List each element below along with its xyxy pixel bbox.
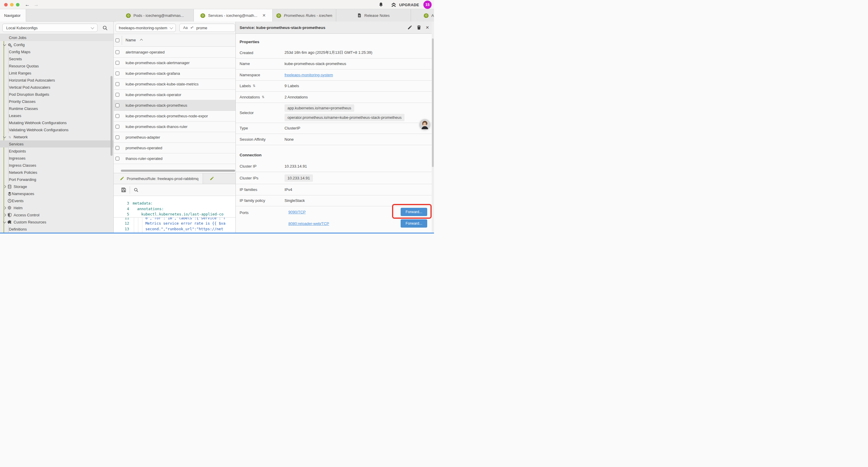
sidebar-item-custom-resources[interactable]: Custom Resources: [0, 218, 114, 226]
chevron-down-icon[interactable]: [3, 43, 6, 46]
bell-icon[interactable]: [378, 2, 383, 7]
sidebar-item-namespaces[interactable]: Namespaces: [0, 190, 114, 197]
chevron-right-icon[interactable]: [3, 185, 6, 188]
row-checkbox[interactable]: [116, 157, 119, 160]
sidebar-item-limit-ranges[interactable]: Limit Ranges: [0, 69, 114, 77]
table-row[interactable]: alertmanager-operated: [114, 47, 236, 58]
table-row[interactable]: kube-prometheus-stack-grafana: [114, 68, 236, 79]
sidebar-item-config-maps[interactable]: Config Maps: [0, 48, 114, 55]
sidebar-item-validating-webhook-configurations[interactable]: Validating Webhook Configurations: [0, 126, 114, 133]
chevron-right-icon[interactable]: [3, 214, 6, 217]
sidebar-item-cron-jobs[interactable]: Cron Jobs: [0, 34, 114, 41]
row-checkbox[interactable]: [116, 135, 119, 139]
sidebar-search-icon[interactable]: [102, 25, 108, 31]
sidebar-item-access-control[interactable]: Access Control: [0, 211, 114, 218]
navigator-panel-tab[interactable]: Navigator: [0, 9, 26, 22]
notification-badge[interactable]: 15: [423, 1, 432, 9]
tab-label: Prometheus Rules - icecheng...: [284, 13, 332, 18]
tab-services[interactable]: Services - icecheng@math...✕: [194, 9, 273, 22]
table-row[interactable]: prometheus-operated: [114, 143, 236, 153]
port-link[interactable]: 9090/TCP: [288, 210, 306, 214]
tab-close-icon[interactable]: ✕: [262, 13, 266, 18]
search-input[interactable]: Aa ▪* prome: [179, 24, 235, 32]
row-checkbox[interactable]: [116, 114, 119, 118]
sidebar-item-priority-classes[interactable]: Priority Classes: [0, 98, 114, 105]
editor-tab-next[interactable]: [203, 173, 236, 184]
sidebar-item-ingresses[interactable]: Ingresses: [0, 154, 114, 162]
traffic-light-maximize[interactable]: [16, 3, 20, 6]
chevron-down-icon[interactable]: [3, 221, 6, 224]
select-all-checkbox[interactable]: [116, 38, 119, 42]
editor-tab-prometheusrule[interactable]: PrometheusRule: freeleaps-prod-rabbitmq: [114, 173, 203, 184]
sidebar-item-horizontal-pod-autoscalers[interactable]: Horizontal Pod Autoscalers: [0, 77, 114, 84]
kubeconfig-selector[interactable]: Local Kubeconfigs: [2, 24, 97, 32]
row-checkbox[interactable]: [116, 104, 119, 107]
sidebar-item-events[interactable]: Events: [0, 197, 114, 204]
table-row[interactable]: kube-prometheus-stack-thanos-ruler: [114, 121, 236, 132]
sidebar-item-secrets[interactable]: Secrets: [0, 55, 114, 62]
sort-toggle-icon[interactable]: ⇅: [262, 95, 265, 99]
sidebar-item-network-policies[interactable]: Network Policies: [0, 169, 114, 176]
sort-toggle-icon[interactable]: ⇅: [253, 84, 255, 88]
traffic-light-close[interactable]: [4, 3, 8, 6]
table-horizontal-scrollbar[interactable]: [121, 170, 235, 172]
row-checkbox[interactable]: [116, 61, 119, 65]
traffic-light-minimize[interactable]: [10, 3, 13, 6]
table-row[interactable]: thanos-ruler-operated: [114, 153, 236, 164]
row-checkbox[interactable]: [116, 125, 119, 128]
row-checkbox[interactable]: [116, 93, 119, 97]
sidebar-item-network[interactable]: ↑↓Network: [0, 133, 114, 140]
save-icon[interactable]: [121, 187, 126, 193]
chevron-down-icon[interactable]: [3, 135, 6, 138]
row-checkbox[interactable]: [116, 146, 119, 150]
port-link[interactable]: 8080:reloader-web/TCP: [288, 222, 329, 226]
delete-icon[interactable]: [416, 25, 421, 30]
forward-button[interactable]: Forward...: [401, 219, 427, 228]
sidebar-item-pod-disruption-budgets[interactable]: Pod Disruption Budgets: [0, 91, 114, 98]
sort-ascending-icon[interactable]: [140, 39, 143, 42]
sidebar-scrollbar[interactable]: [111, 76, 113, 156]
table-row[interactable]: prometheus-adapter: [114, 132, 236, 143]
sidebar-item-port-forwarding[interactable]: Port Forwarding: [0, 176, 114, 183]
match-case-toggle[interactable]: Aa: [183, 26, 188, 30]
sidebar-item-ingress-classes[interactable]: Ingress Classes: [0, 162, 114, 169]
sidebar-item-helm[interactable]: Helm: [0, 204, 114, 211]
tab-prometheus[interactable]: Prometheus Rules - icecheng...: [273, 9, 336, 22]
table-row[interactable]: kube-prometheus-stack-kube-state-metrics: [114, 79, 236, 90]
close-icon[interactable]: ×: [426, 25, 429, 30]
editor-search-icon[interactable]: [133, 187, 138, 193]
sidebar-item-leases[interactable]: Leases: [0, 112, 114, 119]
sidebar-item-resource-quotas[interactable]: Resource Quotas: [0, 62, 114, 69]
row-checkbox[interactable]: [116, 82, 119, 86]
sidebar-item-endpoints[interactable]: Endpoints: [0, 147, 114, 154]
sidebar-item-definitions[interactable]: Definitions: [0, 226, 114, 233]
table-row[interactable]: kube-prometheus-stack-prometheus-node-ex…: [114, 111, 236, 121]
forward-arrow-icon[interactable]: →: [34, 1, 39, 8]
sidebar-item-services[interactable]: Services: [0, 140, 114, 147]
sidebar-item-mutating-webhook-configurations[interactable]: Mutating Webhook Configurations: [0, 119, 114, 126]
chevron-right-icon[interactable]: [3, 207, 6, 209]
sidebar-item-vertical-pod-autoscalers[interactable]: Vertical Pod Autoscalers: [0, 84, 114, 91]
row-checkbox[interactable]: [116, 71, 119, 76]
namespace-link[interactable]: freeleaps-monitoring-system: [284, 73, 333, 77]
namespace-selector[interactable]: freeleaps-monitoring-system: [116, 24, 176, 32]
edit-icon[interactable]: [407, 25, 412, 30]
code-link[interactable]: https://net: [199, 227, 223, 231]
detail-scrollbar[interactable]: [432, 38, 434, 167]
sidebar-item-runtime-classes[interactable]: Runtime Classes: [0, 105, 114, 112]
back-arrow-icon[interactable]: ←: [25, 1, 30, 8]
user-avatar[interactable]: [419, 119, 430, 130]
row-checkbox[interactable]: [116, 50, 119, 54]
table-row[interactable]: kube-prometheus-stack-operator: [114, 90, 236, 100]
sidebar-item-storage[interactable]: Storage: [0, 183, 114, 190]
table-row[interactable]: kube-prometheus-stack-alertmanager: [114, 58, 236, 68]
upgrade-button[interactable]: UPGRADE: [391, 2, 419, 7]
column-header-name[interactable]: Name: [126, 38, 136, 42]
sidebar-item-config[interactable]: ⚙⚙Config: [0, 41, 114, 48]
tab-release[interactable]: Release Notes: [336, 9, 411, 22]
regex-toggle[interactable]: ▪*: [191, 26, 193, 30]
table-row[interactable]: kube-prometheus-stack-prometheus: [114, 100, 236, 111]
tab-argo[interactable]: Argo Se: [411, 9, 434, 22]
tab-pods[interactable]: Pods - icecheng@mathmas...: [116, 9, 194, 22]
forward-button[interactable]: Forward...: [401, 208, 427, 216]
